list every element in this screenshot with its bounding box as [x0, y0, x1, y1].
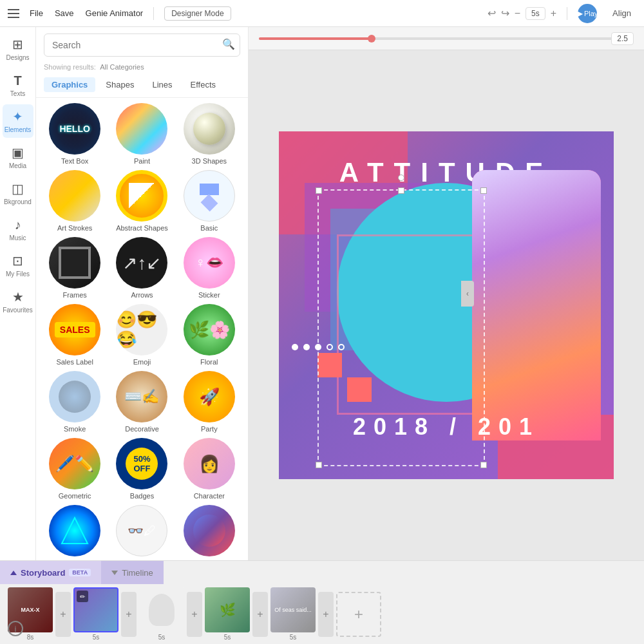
- list-item[interactable]: ↗↑↙ Arrows: [111, 237, 173, 299]
- list-item[interactable]: Digital: [44, 505, 106, 560]
- search-button[interactable]: 🔍: [222, 38, 235, 50]
- timeline-controls: ↩ ↪ − 5s +: [488, 7, 556, 20]
- file-menu[interactable]: File: [30, 8, 43, 18]
- list-item[interactable]: 🚀 Party: [178, 371, 240, 433]
- story-plus-3[interactable]: +: [187, 592, 202, 637]
- party-thumb: 🚀: [184, 371, 235, 422]
- list-item[interactable]: 😊😎😂 Emoji: [111, 304, 173, 366]
- design-canvas[interactable]: ATTITUDE 2: [279, 131, 614, 479]
- add-slide-button[interactable]: +: [336, 592, 381, 637]
- category-tabs: Graphics Shapes Lines Effects: [36, 75, 248, 98]
- save-menu[interactable]: Save: [55, 8, 74, 18]
- digital-thumb: [49, 505, 100, 556]
- sidebar-item-background[interactable]: ◫ Bkground: [3, 176, 33, 210]
- timeline-arrow-down: [111, 571, 118, 575]
- slider-track[interactable]: [259, 37, 634, 40]
- tab-shapes[interactable]: Shapes: [98, 77, 142, 92]
- tab-lines[interactable]: Lines: [144, 77, 180, 92]
- story-thumb-4[interactable]: 🌿: [205, 587, 250, 632]
- list-item[interactable]: ⌨️✍️ Decorative: [111, 371, 173, 433]
- music-label: Music: [9, 234, 26, 242]
- info-icon[interactable]: i: [8, 621, 23, 636]
- list-item[interactable]: SALES Sales Label: [44, 304, 106, 366]
- doodle-thumb: 👓🖊: [116, 505, 167, 556]
- story-thumb-3[interactable]: [139, 587, 184, 632]
- topbar: File Save Genie Animator Designer Mode ↩…: [0, 0, 644, 27]
- showing-value: All Categories: [100, 63, 144, 71]
- sidebar-item-designs[interactable]: ⊞ Designs: [3, 32, 33, 66]
- texts-icon: T: [14, 73, 21, 88]
- collapse-panel-arrow[interactable]: ‹: [461, 281, 474, 307]
- align-button[interactable]: Align: [607, 6, 636, 21]
- list-item[interactable]: HELLO Text Box: [44, 103, 106, 165]
- story-thumb-2[interactable]: ✏: [73, 587, 118, 632]
- text-box-thumb: HELLO: [49, 103, 100, 155]
- hamburger-menu[interactable]: [8, 9, 19, 18]
- designs-icon: ⊞: [12, 37, 23, 52]
- genie-menu[interactable]: Genie Animator: [86, 8, 144, 18]
- basic-label: Basic: [200, 224, 218, 232]
- timeline-label: Timeline: [122, 568, 153, 578]
- list-item[interactable]: 50%OFF Badges: [111, 438, 173, 500]
- sidebar-item-my-files[interactable]: ⊡ My Files: [3, 249, 33, 282]
- story-plus-4[interactable]: +: [252, 592, 268, 637]
- story-plus-5[interactable]: +: [318, 592, 334, 637]
- tab-graphics[interactable]: Graphics: [44, 77, 95, 92]
- dot-1: [292, 344, 298, 350]
- paint-thumb: [116, 103, 167, 155]
- sidebar-item-texts[interactable]: T Texts: [3, 68, 33, 102]
- undo-button[interactable]: ↩: [488, 7, 496, 19]
- list-item[interactable]: 🌿🌸 Floral: [178, 304, 240, 366]
- square-2: [347, 377, 372, 402]
- story-time-2: 5s: [73, 634, 118, 641]
- grid-row: Frames ↗↑↙ Arrows ♀👄 Sticker: [44, 237, 240, 299]
- tab-effects[interactable]: Effects: [183, 77, 224, 92]
- selection-handle-br[interactable]: [480, 462, 487, 468]
- list-item[interactable]: Abstract Shapes: [111, 170, 173, 232]
- showing-label: Showing results:: [44, 63, 96, 71]
- story-plus-2[interactable]: +: [121, 592, 137, 637]
- list-item[interactable]: 3D Shapes: [178, 103, 240, 165]
- story-thumb-5[interactable]: Of seas said...: [270, 587, 316, 632]
- selection-handle-bl[interactable]: [316, 462, 322, 468]
- edit-icon[interactable]: ✏: [77, 591, 88, 602]
- story-time-4: 5s: [205, 634, 250, 641]
- elements-panel: 🔍 Showing results: All Categories Graphi…: [36, 27, 249, 560]
- list-item[interactable]: Paint: [111, 103, 173, 165]
- slider-thumb[interactable]: [368, 35, 375, 43]
- list-item[interactable]: 👩 Character: [178, 438, 240, 500]
- list-item[interactable]: ♀👄 Sticker: [178, 237, 240, 299]
- search-input[interactable]: [44, 33, 240, 57]
- canvas-area: ‹ 2.5 ATTITUDE: [249, 27, 644, 560]
- list-item[interactable]: 👓🖊 Doodle: [111, 505, 173, 560]
- story-item-3: 5s: [139, 587, 184, 641]
- canvas-dots: [292, 344, 345, 350]
- timeline-tab[interactable]: Timeline: [101, 561, 164, 584]
- sidebar-item-favourites[interactable]: ★ Favourites: [3, 285, 33, 318]
- list-item[interactable]: Basic: [178, 170, 240, 232]
- storyboard-tab[interactable]: Storyboard BETA: [0, 561, 101, 584]
- story-item-5: Of seas said... 5s: [270, 587, 316, 641]
- list-item[interactable]: Smoke: [44, 371, 106, 433]
- list-item[interactable]: Frames: [44, 237, 106, 299]
- elements-grid: HELLO Text Box Paint 3D Shapes: [36, 98, 248, 560]
- sidebar-item-media[interactable]: ▣ Media: [3, 140, 33, 174]
- arrows-thumb: ↗↑↙: [116, 237, 167, 289]
- story-plus-1[interactable]: +: [55, 592, 71, 637]
- time-plus-button[interactable]: +: [551, 8, 556, 19]
- list-item[interactable]: 🖊️✏️ Geometric: [44, 438, 106, 500]
- story-item-4: 🌿 5s: [205, 587, 250, 641]
- topbar-menu: File Save Genie Animator: [30, 8, 143, 18]
- designer-mode-button[interactable]: Designer Mode: [164, 6, 231, 21]
- play-button[interactable]: ▶ Play: [578, 4, 597, 23]
- list-item[interactable]: Gradient: [178, 505, 240, 560]
- sidebar-item-elements[interactable]: ✦ Elements: [3, 104, 33, 138]
- sidebar-item-music[interactable]: ♪ Music: [3, 213, 33, 246]
- elements-label: Elements: [5, 126, 32, 133]
- time-minus-button[interactable]: −: [515, 8, 520, 19]
- badges-thumb: 50%OFF: [116, 438, 167, 489]
- list-item[interactable]: Art Strokes: [44, 170, 106, 232]
- badges-label: Badges: [130, 492, 154, 500]
- character-label: Character: [194, 492, 225, 500]
- redo-button[interactable]: ↪: [501, 7, 509, 19]
